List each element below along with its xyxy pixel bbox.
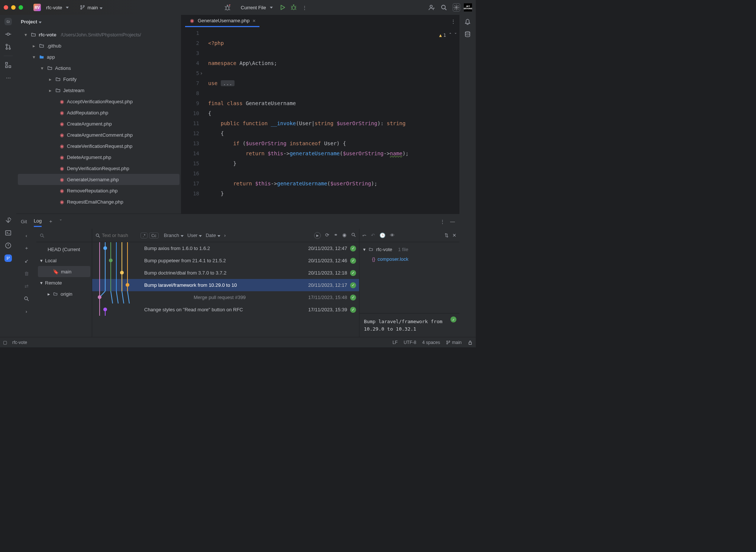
tree-file[interactable]: ◉AcceptVerificationRequest.php (18, 96, 180, 107)
commit-row-selected[interactable]: Bump laravel/framework from 10.29.0 to 1… (92, 279, 359, 291)
branch-search[interactable] (36, 229, 92, 242)
branch-origin[interactable]: origin (38, 288, 90, 299)
editor-tab-menu[interactable]: ⋮ (451, 19, 456, 24)
inspection-widget[interactable]: ▲1 (439, 30, 446, 40)
project-tree[interactable]: rfc-vote/Users/John.Smith/PhpstormProjec… (16, 28, 181, 214)
notifications-icon[interactable] (464, 18, 471, 25)
go-to-ref-icon[interactable]: ▸ (314, 232, 321, 239)
vcs-add[interactable]: ＋ (23, 244, 30, 252)
editor-tab[interactable]: ◉ GenerateUsername.php × (185, 16, 259, 27)
status-encoding[interactable]: UTF-8 (404, 340, 416, 345)
next-highlight[interactable]: ˇ (454, 30, 457, 40)
status-indent[interactable]: 4 spaces (422, 340, 440, 345)
case-toggle[interactable]: Cc (149, 233, 158, 238)
run-tool-icon[interactable] (4, 217, 12, 224)
vcs-diff[interactable]: ⇄ (23, 282, 30, 290)
detail-close-icon[interactable]: ✕ (452, 233, 456, 238)
prev-highlight[interactable]: ˆ (449, 30, 452, 40)
tree-file[interactable]: ◉RemoveReputation.php (18, 185, 180, 196)
vcs-branch-selector[interactable]: main (78, 3, 104, 12)
branch-head[interactable]: HEAD (Current (38, 244, 90, 255)
find-commit-icon[interactable] (351, 232, 356, 239)
branch-main[interactable]: 🔖main (38, 266, 90, 277)
more-actions[interactable]: ⋮ (301, 4, 308, 11)
commit-row[interactable]: Change styles on "Read more" button on R… (92, 303, 359, 316)
filter-date[interactable]: Date (206, 233, 220, 238)
detail-prev-icon[interactable]: ⤺ (362, 233, 366, 238)
tab-git[interactable]: Git (21, 217, 27, 227)
filter-branch[interactable]: Branch (164, 233, 184, 238)
zoom-window[interactable] (19, 5, 23, 10)
status-module-icon[interactable]: ▢ (3, 340, 7, 345)
refresh-icon[interactable]: ⟳ (325, 232, 329, 239)
more-tools-icon[interactable]: ⋯ (4, 74, 12, 81)
detail-preview-icon[interactable]: 👁 (390, 233, 395, 238)
code-content[interactable]: <?php namespace App\Actions; use ... fin… (204, 28, 459, 214)
run-button[interactable] (279, 4, 286, 11)
vcs-nav-right[interactable]: › (23, 308, 30, 315)
vcs-tool-icon[interactable] (4, 254, 12, 262)
run-config-selector[interactable]: Current File (239, 3, 275, 12)
close-tab-icon[interactable]: × (252, 18, 255, 24)
vcs-options-icon[interactable]: ⋮ (440, 219, 445, 224)
tree-file[interactable]: ◉DenyVerificationRequest.php (18, 163, 180, 174)
project-menu[interactable]: rfc-vote (44, 3, 71, 12)
tree-folder[interactable]: .github (18, 40, 180, 51)
tree-file[interactable]: ◉CreateVerificationRequest.php (18, 140, 180, 152)
commit-list[interactable]: Bump axios from 1.6.0 to 1.6.220/11/2023… (92, 242, 359, 337)
filter-user[interactable]: User (187, 233, 202, 238)
structure-tool-icon[interactable] (4, 61, 12, 69)
status-lock-icon[interactable] (468, 340, 473, 345)
cherry-pick-icon[interactable]: ⚭ (334, 232, 338, 239)
code-with-me-icon[interactable] (427, 4, 435, 11)
detail-undo-icon[interactable]: ↶ (371, 233, 375, 238)
vcs-checkout[interactable]: ↙ (23, 257, 30, 264)
tree-file-selected[interactable]: ◉GenerateUsername.php (18, 174, 180, 185)
tree-file[interactable]: ◉AddReputation.php (18, 107, 180, 118)
show-icon[interactable]: ◉ (342, 232, 346, 239)
tree-root[interactable]: rfc-vote/Users/John.Smith/PhpstormProjec… (18, 29, 180, 40)
vcs-delete[interactable]: 🗑 (23, 270, 30, 277)
tree-folder[interactable]: Fortify (18, 74, 180, 85)
terminal-tool-icon[interactable] (4, 229, 12, 237)
vcs-hide-icon[interactable]: — (450, 219, 455, 224)
commit-search-input[interactable] (102, 233, 139, 238)
commit-row[interactable]: Bump axios from 1.6.0 to 1.6.220/11/2023… (92, 242, 359, 254)
commit-tool-icon[interactable] (4, 30, 12, 38)
tree-folder[interactable]: Actions (18, 62, 180, 74)
status-line-ending[interactable]: LF (392, 340, 398, 345)
tree-folder[interactable]: Jetstream (18, 85, 180, 96)
vcs-add-icon[interactable]: ＋ (48, 218, 53, 225)
tree-file[interactable]: ◉DeleteArgument.php (18, 152, 180, 163)
detail-expand-icon[interactable]: ⇅ (445, 233, 449, 238)
editor-body[interactable]: ▲1 ˆˇ 12345›789101112131415161718 <?php … (181, 28, 459, 214)
settings-icon[interactable] (453, 4, 460, 11)
search-icon[interactable] (440, 4, 448, 11)
vcs-nav-left[interactable]: ‹ (23, 232, 30, 239)
detail-history-icon[interactable]: 🕒 (379, 233, 385, 238)
branch-group-remote[interactable]: Remote (38, 277, 90, 288)
minimize-window[interactable] (11, 5, 16, 10)
debug-attach-icon[interactable] (224, 4, 231, 11)
status-module[interactable]: rfc-vote (12, 340, 27, 345)
vcs-find[interactable] (23, 295, 30, 302)
regex-toggle[interactable]: .* (140, 233, 148, 238)
tree-file[interactable]: ◉CreateArgumentComment.php (18, 129, 180, 140)
vcs-dropdown-icon[interactable]: ˇ (60, 219, 61, 224)
status-branch[interactable]: main (446, 340, 462, 345)
branch-group-local[interactable]: Local (38, 255, 90, 266)
tab-log[interactable]: Log (34, 216, 42, 227)
commit-row[interactable]: Merge pull request #39917/11/2023, 15:48… (92, 291, 359, 303)
filter-next[interactable]: › (224, 233, 226, 238)
database-icon[interactable] (464, 30, 471, 38)
tree-folder[interactable]: app (18, 51, 180, 62)
project-panel-header[interactable]: Project (16, 15, 181, 28)
problems-tool-icon[interactable] (4, 242, 12, 249)
project-tool-icon[interactable] (4, 18, 12, 25)
tree-file[interactable]: ◉RequestEmailChange.php (18, 196, 180, 207)
close-window[interactable] (4, 5, 8, 10)
tree-file[interactable]: ◉CreateArgument.php (18, 118, 180, 129)
commit-row[interactable]: Bump doctrine/dbal from 3.7.0 to 3.7.220… (92, 267, 359, 279)
debug-button[interactable] (290, 4, 297, 11)
commit-row[interactable]: Bump puppeteer from 21.4.1 to 21.5.220/1… (92, 254, 359, 267)
